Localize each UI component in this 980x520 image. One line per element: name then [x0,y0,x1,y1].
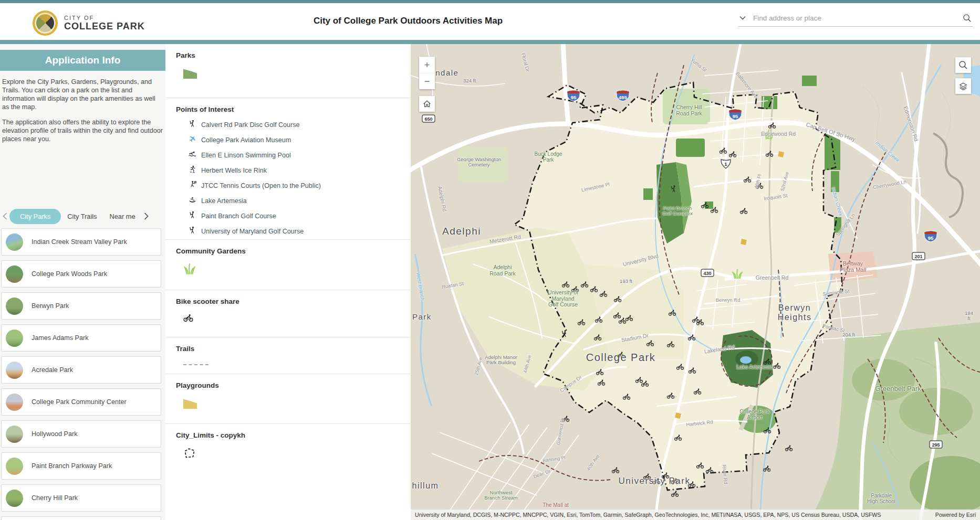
svg-text:430: 430 [703,271,711,276]
tab-city-parks[interactable]: City Parks [9,209,61,224]
park-name: Cherry Hill Park [32,494,78,502]
bike-icon [183,314,193,322]
zoom-out-button[interactable]: − [419,73,435,89]
app-description-2: The application also offers the ability … [2,119,163,144]
poi-label: JTCC Tennis Courts (Open to the Public) [201,182,321,189]
playground-swatch-icon [183,398,197,409]
search-input[interactable] [752,14,956,23]
search-icon [958,60,968,70]
park-list-item[interactable] [1,516,161,520]
logo-line1: CITY OF [64,15,145,21]
attribution-text: University of Maryland, DCGIS, M-NCPPC, … [415,512,881,518]
park-list-item[interactable]: Acredale Park [1,356,161,384]
header-divider [0,40,980,44]
park-thumbnail [6,426,23,443]
tab-city-trails[interactable]: City Trails [61,209,103,224]
park-name: James Adams Park [32,334,89,342]
poi-label: University of Maryland Golf Course [201,228,304,235]
skater-icon [189,165,196,175]
legend-title: Playgrounds [176,381,411,389]
golf-icon [189,211,196,221]
map-search-button[interactable] [955,57,971,73]
city-seal-icon [33,10,58,36]
map-canvas[interactable]: landale324 ftFloral DrYuma StBaltimore A… [411,44,980,520]
svg-text:295: 295 [932,442,940,448]
legend-title: Trails [176,345,411,353]
legend-section-parks: Parks [165,44,411,98]
park-thumbnail [6,234,23,251]
city-logo: CITY OF COLLEGE PARK [33,10,145,36]
park-list: Indian Creek Stream Valley ParkCollege P… [1,228,161,520]
layers-icon [958,81,968,91]
city-limits-swatch-icon [183,448,196,459]
legend-section-city-limits: City_Limits - copykh [165,424,411,520]
park-name: Berwyn Park [32,302,69,310]
poi-legend-item: Ellen E Linson Swimming Pool [189,150,411,160]
search-source-dropdown[interactable] [738,15,747,21]
legend-title: Points of Interest [176,105,411,113]
search-icon [963,14,972,23]
application: CITY OF COLLEGE PARK City of College Par… [0,0,980,520]
route-shield-650: 650 [422,114,435,125]
legend-title: Parks [176,51,411,59]
search-submit-button[interactable] [962,13,973,24]
legend-panel: Parks Points of Interest Calvert Rd Park… [165,44,411,520]
poi-legend-item: Lake Artemesia [189,196,411,206]
poi-legend-item: University of Maryland Golf Course [189,226,411,236]
legend-title: City_Limits - copykh [176,431,411,439]
park-list-item[interactable]: Indian Creek Stream Valley Park [1,228,161,256]
park-list-item[interactable]: Hollywood Park [1,420,161,448]
park-thumbnail [6,458,23,475]
poi-list: Calvert Rd Park Disc Golf CourseCollege … [189,120,411,236]
park-thumbnail [6,330,23,347]
park-name: Paint Branch Parkway Park [32,462,112,470]
poi-label: Calvert Rd Park Disc Golf Course [201,121,300,129]
legend-title: Community Gardens [176,247,411,255]
route-shield-201: 201 [912,252,925,262]
poi-label: Lake Artemesia [201,197,247,205]
layers-button[interactable] [955,78,971,94]
route-shield-95: 95 [924,230,937,245]
svg-text:1: 1 [724,161,727,167]
park-thumbnail [6,490,23,507]
poi-label: Paint Branch Golf Course [201,213,276,220]
poi-legend-item: Calvert Rd Park Disc Golf Course [189,120,411,130]
route-shield-295: 295 [929,440,943,451]
park-name: Indian Creek Stream Valley Park [32,238,127,246]
map-attribution: University of Maryland, DCGIS, M-NCPPC, … [411,510,980,520]
legend-section-bike-share: Bike scooter share [165,290,411,337]
legend-title: Bike scooter share [176,298,411,305]
address-search [738,9,973,27]
park-list-item[interactable]: Cherry Hill Park [1,484,161,512]
powered-by-esri: Powered by Esri [935,512,976,518]
svg-text:95: 95 [571,94,577,100]
park-thumbnail [6,298,23,315]
home-button[interactable] [419,96,435,112]
basemap-graphics [411,44,980,520]
svg-text:201: 201 [914,254,922,259]
tabs-scroll-right[interactable] [142,213,151,220]
app-description-1: Explore the City Parks, Gardens, Playgro… [2,78,163,111]
page-title: City of College Park Outdoors Activities… [314,16,503,26]
park-list-item[interactable]: Berwyn Park [1,292,161,320]
route-shield-95: 95 [728,108,742,123]
park-list-item[interactable]: Paint Branch Parkway Park [1,452,161,480]
park-list-item[interactable]: James Adams Park [1,324,161,352]
zoom-control: + − [419,57,435,89]
parks-swatch-icon [183,68,197,79]
golf-icon [189,226,196,236]
chevron-left-icon [3,213,7,220]
zoom-in-button[interactable]: + [419,57,435,73]
park-list-item[interactable]: College Park Woods Park [1,260,161,288]
tabs-scroll-left[interactable] [0,213,9,220]
tennis-icon [189,181,196,190]
poi-label: Herbert Wells Ice Rink [201,167,267,174]
park-name: Hollywood Park [32,430,78,438]
trail-line-swatch [183,364,208,365]
park-list-item[interactable]: College Park Community Center [1,388,161,416]
route-shield-495: 495 [616,89,630,104]
chevron-right-icon [144,213,149,220]
tab-near-me[interactable]: Near me [103,209,141,224]
tab-bar: City Parks City Trails Near me [0,208,165,224]
svg-text:95: 95 [733,113,738,119]
